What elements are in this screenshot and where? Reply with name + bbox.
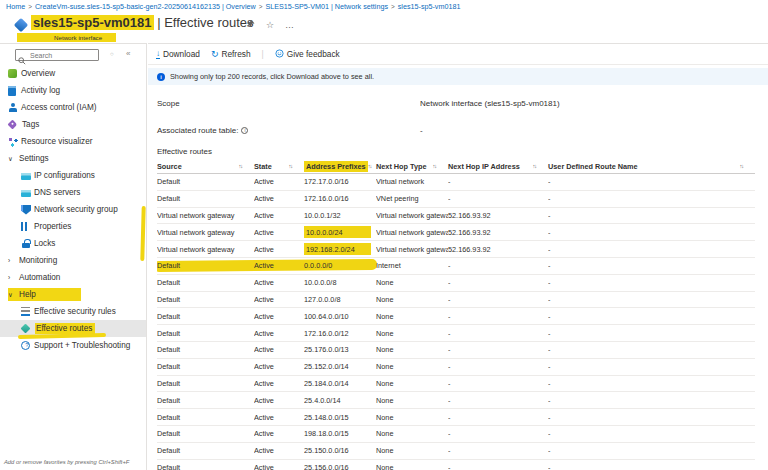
sort-icon: ↑↓ [532,163,536,169]
routes-table-body: DefaultActive172.17.0.0/16Virtual networ… [157,174,755,470]
cell-state: Active [254,329,304,338]
clear-icon[interactable]: ○ [110,51,114,57]
cell-next-hop-type: None [376,278,448,287]
download-button[interactable]: ↓ Download [156,49,200,59]
cell-next-hop-type: None [376,329,448,338]
cell-udr-name: - [548,177,755,186]
cell-prefix: 172.17.0.0/16 [304,177,376,186]
breadcrumb-link-nic[interactable]: sles15-sp5-vm0181 [398,2,461,11]
access-control-icon [8,103,18,113]
main-content: ↓ Download ↻ Refresh | Give feedback i S… [148,43,768,470]
cell-state: Active [254,345,304,354]
cell-prefix: 192.168.2.0/24 [304,243,376,255]
sidebar-group-automation[interactable]: ›Automation [0,269,146,286]
breadcrumb-link-vm[interactable]: SLES15-SP5-VM01 | Network settings [265,2,388,11]
cell-next-hop-type: Virtual network gateway [376,211,448,220]
breadcrumb-link-home[interactable]: Home [6,2,25,11]
info-tooltip-icon[interactable]: i [241,127,248,134]
cell-source: Default [157,261,254,270]
activity-log-icon [8,86,16,96]
sidebar-item-dns-servers[interactable]: DNS servers [0,184,146,201]
sidebar-item-label: Locks [34,239,55,248]
sidebar-item-label: DNS servers [34,188,80,197]
sidebar-group-settings[interactable]: ∨Settings [0,150,146,167]
table-row: DefaultActive10.0.0.0/8None-- [157,275,755,292]
cell-source: Default [157,329,254,338]
breadcrumb-link-deployment[interactable]: CreateVm-suse.sles-15-sp5-basic-gen2-202… [35,2,256,11]
table-row: DefaultActive25.156.0.0/16None-- [157,460,755,470]
scope-label: Scope [157,99,180,108]
sort-icon: ↑↓ [739,163,743,169]
cell-state: Active [254,245,304,254]
cell-next-hop-ip: - [448,295,548,304]
sort-icon: ↑↓ [368,163,372,169]
locks-icon [21,239,31,249]
cell-prefix: 10.0.0.0/8 [304,278,376,287]
cell-next-hop-type: Virtual network gateway [376,228,448,237]
sidebar-item-label: Tags [22,120,39,129]
chevron-down-icon: ∨ [8,155,19,163]
refresh-button[interactable]: ↻ Refresh [211,49,251,59]
info-icon: i [157,73,165,81]
cell-prefix: 25.4.0.0/14 [304,396,376,405]
sidebar-item-ip-configurations[interactable]: IP configurations [0,167,146,184]
sidebar-item-label: Activity log [21,86,60,95]
breadcrumb-separator-icon: > [259,3,263,10]
cell-udr-name: - [548,312,755,321]
give-feedback-button[interactable]: Give feedback [275,49,340,60]
cell-prefix: 25.150.0.0/16 [304,446,376,455]
cell-udr-name: - [548,362,755,371]
cell-next-hop-ip: - [448,312,548,321]
column-header-next-hop-type[interactable]: Next Hop Type↑↓ [376,162,448,171]
cell-udr-name: - [548,194,755,203]
title-actions: ☆ … [247,20,294,30]
sidebar-item-effective-routes[interactable]: Effective routes [0,320,146,337]
sidebar-group-help[interactable]: ∨Help [0,286,146,303]
cell-prefix: 25.184.0.0/14 [304,379,376,388]
cell-state: Active [254,211,304,220]
associated-route-table-value: - [420,126,423,135]
cell-next-hop-type: VNet peering [376,194,448,203]
refresh-icon: ↻ [211,50,219,59]
search-input[interactable] [15,49,99,61]
column-header-udr-name[interactable]: User Defined Route Name↑↓ [548,162,755,171]
sidebar-item-network-security-group[interactable]: Network security group [0,201,146,218]
cell-next-hop-type: None [376,345,448,354]
sidebar-item-overview[interactable]: Overview [0,65,146,82]
column-header-address-prefixes[interactable]: Address Prefixes↑↓ [304,161,376,172]
column-header-source[interactable]: Source↑↓ [157,162,254,171]
table-row: DefaultActive172.16.0.0/12None-- [157,325,755,342]
cell-state: Active [254,295,304,304]
sidebar-item-effective-security-rules[interactable]: Effective security rules [0,303,146,320]
cell-udr-name: - [548,228,755,237]
sidebar-item-locks[interactable]: Locks [0,235,146,252]
sidebar-item-support-troubleshooting[interactable]: Support + Troubleshooting [0,337,146,354]
page-name: Effective routes [164,15,253,30]
sidebar-item-tags[interactable]: Tags [0,116,146,133]
table-row: DefaultActive25.176.0.0/13None-- [157,342,755,359]
cell-udr-name: - [548,345,755,354]
star-icon[interactable]: ☆ [266,20,274,30]
column-header-state[interactable]: State↑↓ [254,162,304,171]
cell-state: Active [254,194,304,203]
collapse-sidebar-icon[interactable]: « [126,49,130,58]
sidebar-group-monitoring[interactable]: ›Monitoring [0,252,146,269]
table-row: DefaultActive25.184.0.0/14None-- [157,376,755,393]
cell-udr-name: - [548,413,755,422]
sidebar-item-resource-visualizer[interactable]: Resource visualizer [0,133,146,150]
sidebar-item-access-control-iam[interactable]: Access control (IAM) [0,99,146,116]
column-header-next-hop-ip[interactable]: Next Hop IP Address↑↓ [448,162,548,171]
cell-state: Active [254,429,304,438]
effective-security-rules-icon [21,307,30,316]
cell-next-hop-ip: 52.166.93.92 [448,228,548,237]
cell-source: Default [157,295,254,304]
pin-icon[interactable] [247,20,255,30]
sidebar-item-label: Effective routes [35,323,95,334]
sidebar-item-properties[interactable]: Properties [0,218,146,235]
ellipsis-icon[interactable]: … [285,20,294,30]
sidebar-item-activity-log[interactable]: Activity log [0,82,146,99]
breadcrumb: Home>CreateVm-suse.sles-15-sp5-basic-gen… [6,2,460,11]
cell-next-hop-ip: - [448,177,548,186]
cell-udr-name: - [548,429,755,438]
cell-state: Active [254,446,304,455]
